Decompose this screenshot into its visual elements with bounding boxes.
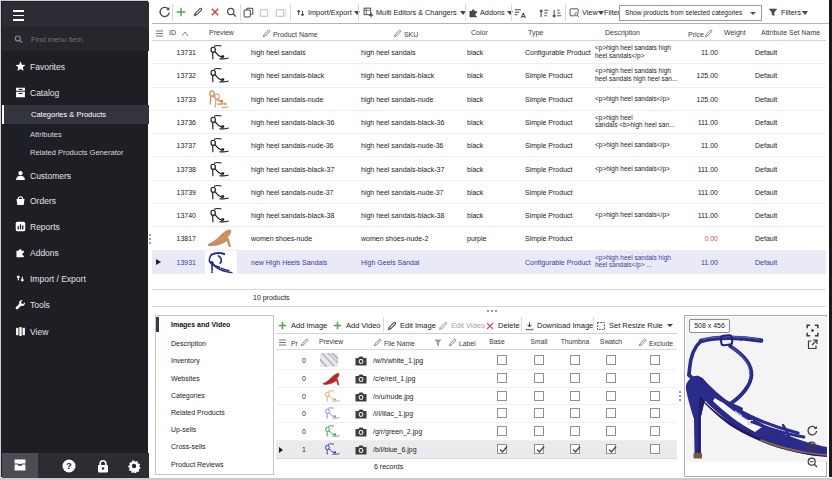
svg-text:?: ? [66,460,72,471]
svg-text:A: A [520,11,526,19]
